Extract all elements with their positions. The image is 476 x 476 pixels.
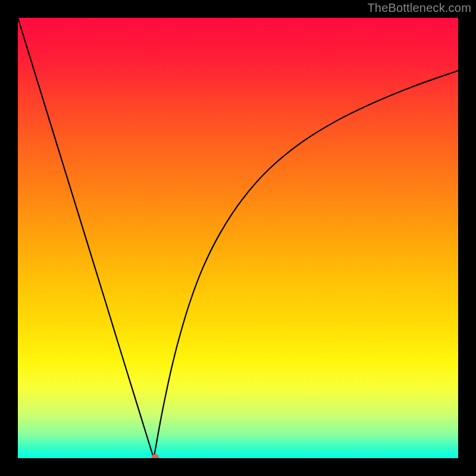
plot-area <box>18 18 458 458</box>
curve-left-branch <box>18 18 154 458</box>
chart-frame: TheBottleneck.com <box>0 0 476 476</box>
bottleneck-curve <box>18 18 458 458</box>
minimum-marker <box>152 454 159 458</box>
curve-right-branch <box>154 71 458 458</box>
watermark-text: TheBottleneck.com <box>367 1 471 15</box>
